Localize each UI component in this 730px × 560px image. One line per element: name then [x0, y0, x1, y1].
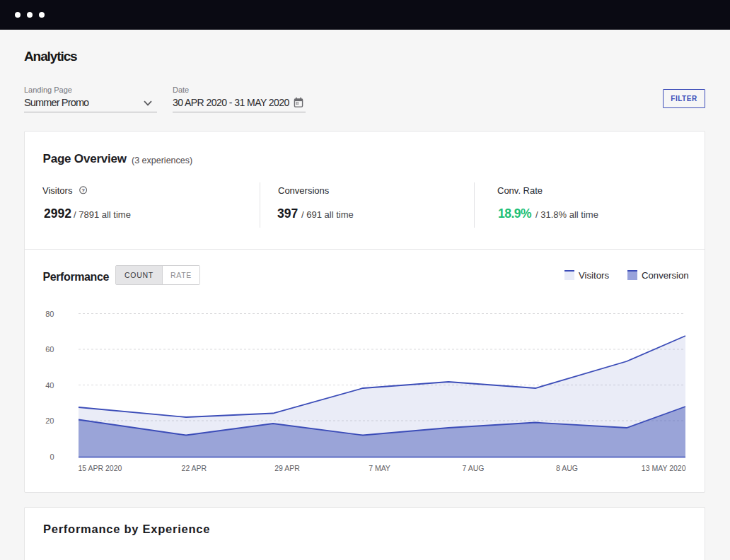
svg-text:8 AUG: 8 AUG	[556, 464, 578, 472]
svg-text:0: 0	[50, 453, 54, 461]
svg-text:7 MAY: 7 MAY	[369, 464, 390, 472]
svg-text:80: 80	[45, 310, 54, 318]
svg-text:13 MAY 2020: 13 MAY 2020	[642, 464, 686, 472]
svg-text:20: 20	[45, 416, 54, 425]
svg-text:7 AUG: 7 AUG	[463, 464, 485, 472]
svg-text:60: 60	[45, 345, 54, 354]
svg-text:40: 40	[45, 381, 54, 390]
svg-text:29 APR: 29 APR	[274, 464, 300, 472]
svg-text:15 APR 2020: 15 APR 2020	[79, 464, 122, 472]
svg-text:22 APR: 22 APR	[182, 464, 207, 472]
